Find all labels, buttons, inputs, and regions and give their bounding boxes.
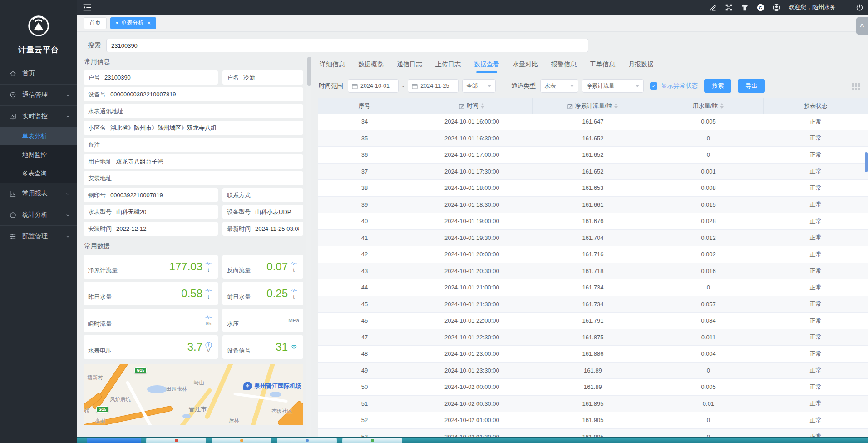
metric-select[interactable]: 净累计流量 (582, 79, 644, 93)
tab-home[interactable]: 首页 (84, 17, 107, 29)
abnormal-status-checkbox[interactable]: ✓ (650, 82, 657, 90)
end-date-picker[interactable]: 2024-11-25 (408, 79, 459, 93)
detail-tab-2[interactable]: 通信日志 (397, 60, 422, 73)
table-row[interactable]: 432024-10-01 20:30:00161.7180.016正常 (318, 263, 868, 280)
table-column-header-1[interactable]: 时间 (411, 98, 533, 114)
table-row[interactable]: 522024-10-02 01:00:00161.9050正常 (318, 412, 868, 429)
column-settings-grid-icon[interactable] (852, 83, 860, 90)
location-map[interactable]: G15 G15 ✈ 泉州晋江国际机场 塘新村田园张林崎山风炉后坑镇晋江市亳村后林… (84, 364, 303, 425)
sort-caret-icon[interactable] (481, 103, 484, 109)
sidebar-subitem-2-0[interactable]: 单表分析 (0, 127, 77, 145)
theme-shirt-icon[interactable] (741, 4, 749, 11)
table-row[interactable]: 362024-10-01 17:00:00161.6520正常 (318, 147, 868, 164)
table-row[interactable]: 452024-10-01 21:30:00161.7340.057正常 (318, 296, 868, 313)
table-row[interactable]: 402024-10-01 19:00:00161.6760.028正常 (318, 213, 868, 230)
table-row[interactable]: 482024-10-01 23:00:00161.8860.004正常 (318, 346, 868, 363)
table-row[interactable]: 422024-10-01 20:00:00161.7160.002正常 (318, 246, 868, 263)
sort-caret-icon[interactable] (720, 103, 724, 109)
pie-icon (9, 211, 17, 219)
os-taskbar[interactable] (77, 437, 868, 443)
sidebar-item-3[interactable]: 常用报表 (0, 183, 77, 204)
start-date-picker[interactable]: 2024-10-01 (348, 79, 399, 93)
edit-icon[interactable] (709, 4, 717, 11)
table-row[interactable]: 382024-10-01 18:00:00161.6530.008正常 (318, 180, 868, 197)
taskbar-app-button[interactable] (212, 438, 271, 443)
search-input[interactable] (106, 39, 588, 52)
sort-asc-icon[interactable] (481, 103, 484, 105)
chevron-down-icon (635, 85, 640, 90)
table-row[interactable]: 472024-10-01 22:30:00161.8750.011正常 (318, 329, 868, 346)
sidebar-subitem-2-2[interactable]: 多表查询 (0, 164, 77, 183)
table-row[interactable]: 492024-10-01 23:30:00161.890正常 (318, 363, 868, 379)
sort-desc-icon[interactable] (720, 106, 724, 109)
sort-desc-icon[interactable] (614, 106, 618, 109)
close-tab-icon[interactable]: × (147, 20, 151, 26)
sidebar-item-1[interactable]: 通信管理 (0, 85, 77, 105)
table-row[interactable]: 372024-10-01 17:30:00161.6520.001正常 (318, 164, 868, 180)
table-row[interactable]: 352024-10-01 16:30:00161.6520正常 (318, 130, 868, 147)
scrollbar-thumb[interactable] (865, 152, 868, 172)
table-header: 序号时间净累计流量/吨用水量/吨抄表状态 (318, 98, 868, 114)
google-translate-icon[interactable]: G (757, 4, 764, 11)
taskbar-app-button[interactable] (87, 438, 141, 443)
table-column-header-2[interactable]: 净累计流量/吨 (533, 98, 654, 114)
detail-tab-5[interactable]: 水量对比 (513, 60, 538, 73)
main-content: 搜索 常用信息 户号23100390户名冷新设备号000000003922100… (77, 32, 868, 443)
left-panel-scrollbar[interactable] (306, 57, 311, 443)
active-dot-icon: ● (116, 21, 118, 25)
table-row[interactable]: 512024-10-02 00:30:00161.8950.01正常 (318, 396, 868, 413)
table-scrollbar[interactable] (864, 150, 868, 443)
edit-column-icon[interactable] (459, 103, 465, 109)
sidebar-item-2[interactable]: 实时监控 (0, 106, 77, 127)
sort-caret-icon[interactable] (614, 103, 618, 109)
table-column-header-3[interactable]: 用水量/吨 (653, 98, 763, 114)
taskbar-app-button[interactable] (146, 438, 206, 443)
detail-tab-0[interactable]: 详细信息 (320, 60, 345, 73)
logout-power-icon[interactable] (856, 4, 863, 11)
table-cell: 0.057 (653, 301, 763, 308)
sidebar-item-0[interactable]: 首页 (0, 63, 77, 84)
granularity-select[interactable]: 全部 (462, 79, 496, 93)
table-row[interactable]: 442024-10-01 21:00:00161.7340正常 (318, 279, 868, 296)
table-row[interactable]: 392024-10-01 18:30:00161.6610.015正常 (318, 197, 868, 214)
search-button[interactable]: 搜索 (704, 79, 731, 93)
menu-collapse-icon[interactable] (83, 4, 92, 11)
table-cell: 正常 (764, 151, 868, 159)
detail-tab-7[interactable]: 工单信息 (590, 60, 615, 73)
taskbar-app-button[interactable] (277, 438, 337, 443)
table-cell: 2024-10-01 18:30:00 (411, 201, 533, 208)
info-field-7: 安装地址 (84, 171, 303, 185)
table-row[interactable]: 342024-10-01 16:00:00161.6470.005正常 (318, 114, 868, 130)
sidebar-item-4[interactable]: 统计分析 (0, 204, 77, 225)
edit-column-icon[interactable] (567, 103, 573, 109)
sort-asc-icon[interactable] (720, 103, 724, 105)
map-water (270, 392, 281, 397)
detail-tab-8[interactable]: 月报数据 (628, 60, 654, 73)
tab-single-meter-analysis[interactable]: ● 单表分析 × (110, 17, 156, 29)
sort-asc-icon[interactable] (614, 103, 618, 105)
table-row[interactable]: 412024-10-01 19:30:00161.7040.012正常 (318, 230, 868, 247)
scroll-to-top-button[interactable]: ^ (856, 17, 868, 35)
app-icon (371, 439, 374, 442)
fullscreen-icon[interactable] (725, 4, 733, 11)
channel-select[interactable]: 水表 (540, 79, 578, 93)
detail-tab-3[interactable]: 上传日志 (435, 60, 461, 73)
field-label: 水表通讯地址 (88, 107, 123, 115)
export-button[interactable]: 导出 (738, 79, 765, 93)
table-cell: 2024-10-01 22:30:00 (411, 334, 533, 341)
abnormal-status-label[interactable]: 显示异常状态 (661, 82, 698, 90)
scrollbar-thumb[interactable] (307, 57, 311, 86)
table-row[interactable]: 502024-10-02 00:00:00161.890.005正常 (318, 379, 868, 396)
detail-tab-4[interactable]: 数据查看 (474, 60, 499, 73)
sort-desc-icon[interactable] (481, 106, 484, 109)
detail-tab-6[interactable]: 报警信息 (551, 60, 577, 73)
taskbar-app-button[interactable] (342, 438, 402, 443)
chevron-down-icon (570, 85, 574, 90)
table-cell: 161.734 (533, 284, 654, 291)
detail-tab-1[interactable]: 数据概览 (358, 60, 384, 73)
sidebar-item-5[interactable]: 配置管理 (0, 226, 77, 247)
sidebar-subitem-2-1[interactable]: 地图监控 (0, 145, 77, 164)
airport-marker[interactable]: ✈ 泉州晋江国际机场 (243, 382, 301, 390)
user-avatar-icon[interactable] (773, 4, 780, 11)
table-row[interactable]: 462024-10-01 22:00:00161.7910.084正常 (318, 313, 868, 329)
